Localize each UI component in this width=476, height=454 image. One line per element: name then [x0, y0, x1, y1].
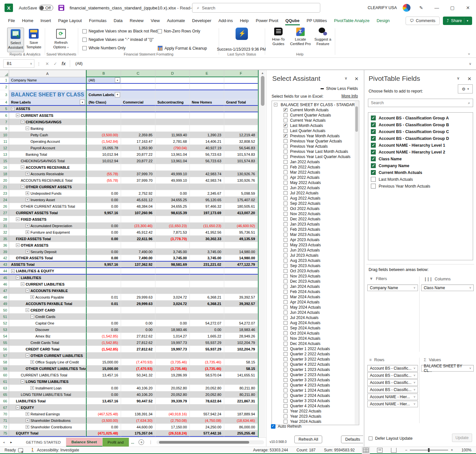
row-label-cell[interactable]: −CURRENT LIABILITIES — [9, 281, 86, 288]
row-header[interactable]: 6 — [0, 112, 9, 119]
table-row[interactable]: 61−LONG TERM LIABILITIES — [0, 378, 258, 385]
field-checkbox-item[interactable]: Quarter 3 2022 Actuals — [272, 357, 359, 362]
search-input[interactable]: ⌕ Search — [192, 3, 320, 13]
row-header[interactable]: 47 — [0, 288, 9, 294]
value-cell[interactable]: 56,546.83 — [224, 145, 258, 151]
row-label-cell[interactable]: Banking Total — [9, 151, 86, 158]
more-info-link[interactable]: More Info — [341, 94, 358, 98]
checkbox-icon[interactable] — [284, 357, 287, 361]
row-header[interactable]: 21 — [0, 184, 9, 190]
field-checkbox-item[interactable]: Quarter 2 2024 Actuals — [272, 393, 359, 398]
value-cell[interactable] — [190, 106, 224, 112]
row-label-cell[interactable]: OTHER CURRENT ASSETS Total — [9, 203, 86, 210]
accessibility-status[interactable]: 🚶Accessibility: Investigate — [30, 448, 79, 452]
pivot-field-item[interactable]: Account BS - Classification Group B — [368, 121, 473, 128]
row-header[interactable]: 24 — [0, 197, 9, 203]
field-checkbox-item[interactable]: Jun 2024 Actuals — [272, 310, 359, 315]
value-cell[interactable]: 0.00 — [86, 391, 121, 398]
field-checkbox-item[interactable]: Dec 2022 Actuals — [272, 216, 359, 222]
row-label-cell[interactable]: LONG TERM LIABILITIES Total — [9, 391, 86, 398]
field-checkbox-item[interactable]: Quarter 4 2023 Actuals — [272, 383, 359, 388]
value-cell[interactable] — [86, 404, 121, 411]
field-checkbox-item[interactable]: Dec 2023 Actuals — [272, 279, 359, 284]
row-header[interactable]: 70 — [0, 411, 9, 417]
row-label-cell[interactable]: −Credit Cards — [9, 313, 86, 320]
ribbon-tab-pivottable-analyze[interactable]: PivotTable Analyze — [331, 16, 373, 25]
value-cell[interactable]: 18,983.46 — [155, 326, 190, 333]
row-label-cell[interactable]: −ACCOUNTS RECEIVABLE — [9, 164, 86, 171]
value-cell[interactable]: 2,345.67 — [190, 190, 224, 197]
value-cell[interactable]: 40,106.20 — [121, 391, 155, 398]
table-row[interactable]: 55Credit Cards Total(1,542.85)27,812.621… — [0, 339, 258, 346]
scrollbar-thumb[interactable] — [159, 441, 249, 444]
field-checkbox-item[interactable]: Previous Year Month Actuals — [272, 133, 359, 139]
field-pill[interactable]: Account BS - Classific...˅ — [367, 365, 418, 372]
checkbox-negative-dash[interactable]: Negative Values use "-" instead of "()" — [82, 37, 153, 42]
field-checkbox-item[interactable]: Sep 2022 Actuals — [272, 201, 359, 206]
table-row[interactable]: 36−OTHER ASSETS — [0, 242, 258, 249]
row-label-cell[interactable]: −OTHER CURRENT ASSETS — [9, 184, 86, 190]
ribbon-tab-home[interactable]: Home — [18, 16, 37, 25]
checkbox-icon[interactable] — [284, 378, 287, 382]
value-cell[interactable] — [224, 268, 258, 275]
field-checkbox-item[interactable]: Feb 2023 Actuals — [272, 227, 359, 232]
row-label-cell[interactable]: −Banking — [9, 125, 86, 132]
value-cell[interactable] — [121, 352, 155, 359]
value-cell[interactable] — [155, 216, 190, 223]
value-cell[interactable]: 187,889.94 — [224, 411, 258, 417]
collapse-icon[interactable]: − — [11, 269, 15, 273]
expand-icon[interactable]: + — [26, 425, 29, 429]
value-cell[interactable]: 14,980.00 — [224, 255, 258, 262]
value-cell[interactable]: 7,490.00 — [121, 249, 155, 255]
table-row[interactable]: 53Discover0.000.0018,983.460.0018,983.46 — [0, 326, 258, 333]
value-cell[interactable]: 50,341.32 — [121, 372, 155, 378]
pivot-field-item[interactable]: Account NAME - Hierarchy Level 2 — [368, 149, 473, 155]
value-cell[interactable] — [121, 307, 155, 313]
checkbox-icon[interactable] — [82, 38, 87, 42]
field-checkbox-item[interactable]: Quarter 4 2024 Actuals — [272, 403, 359, 409]
checkbox-icon[interactable] — [284, 279, 287, 283]
value-cell[interactable] — [155, 307, 190, 313]
value-cell[interactable]: 13,961.04 — [155, 158, 190, 164]
value-cell[interactable]: 27,812.62 — [121, 333, 155, 339]
value-cell[interactable]: 45,631.12 — [121, 197, 155, 203]
row-header[interactable]: 5 — [0, 106, 9, 112]
value-cell[interactable]: 0.00 — [86, 229, 121, 236]
value-cell[interactable]: 255,255.48 — [224, 430, 258, 437]
value-cell[interactable]: 2,781.68 — [155, 138, 190, 145]
ribbon-tab-file[interactable]: File — [5, 16, 18, 25]
checkbox-icon[interactable] — [284, 113, 287, 117]
pivot-field-item[interactable]: Account NAME - Hierarchy Level 1 — [368, 142, 473, 149]
value-cell[interactable]: 90,447.52 — [121, 398, 155, 404]
value-cell[interactable]: 0.00 — [86, 197, 121, 203]
value-cell[interactable]: (3,735.46) — [190, 365, 224, 372]
checkbox-icon[interactable] — [284, 165, 287, 169]
row-label-cell[interactable]: +Shareholder Contributions — [9, 424, 86, 430]
value-cell[interactable]: 6,368.21 — [190, 301, 224, 307]
expand-icon[interactable]: + — [26, 412, 29, 416]
checkbox-checked-icon[interactable] — [271, 424, 275, 429]
column-header-c[interactable]: C — [121, 70, 155, 77]
field-checkbox-item[interactable]: May 2024 Actuals — [272, 305, 359, 310]
auto-refresh-checkbox[interactable]: Auto Refresh — [271, 424, 301, 429]
checkbox-icon[interactable] — [284, 259, 287, 263]
value-cell[interactable] — [224, 184, 258, 190]
value-cell[interactable] — [86, 268, 121, 275]
value-cell[interactable] — [155, 281, 190, 288]
zoom-in-icon[interactable]: + — [451, 448, 453, 452]
value-cell[interactable]: (467,525.48) — [86, 411, 121, 417]
table-row[interactable]: 26OTHER CURRENT ASSETS Total0.0048,384.0… — [0, 203, 258, 210]
value-cell[interactable]: 1,014.27 — [155, 333, 190, 339]
value-cell[interactable]: (3,735.46) — [155, 359, 190, 365]
expand-icon[interactable]: + — [26, 198, 29, 202]
value-cell[interactable] — [155, 184, 190, 190]
collapse-icon[interactable]: − — [26, 308, 29, 312]
value-cell[interactable]: (7,470.93) — [121, 365, 155, 372]
value-cell[interactable]: 20,052.80 — [190, 391, 224, 398]
row-header[interactable]: 72 — [0, 424, 9, 430]
field-checkbox-item[interactable]: Apr 2023 Actuals — [272, 237, 359, 242]
collapse-icon[interactable]: − — [16, 217, 19, 221]
column-header-a[interactable]: A — [9, 70, 86, 77]
value-cell[interactable]: 221,867.31 — [224, 398, 258, 404]
field-checkbox-item[interactable]: Jan 2024 Actuals — [272, 284, 359, 289]
